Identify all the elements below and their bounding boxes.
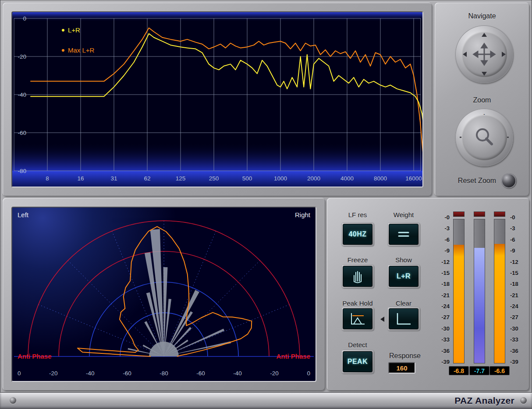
meter-left-readout: -6.8 — [449, 366, 469, 375]
meter-right-clip-led — [494, 212, 505, 217]
plugin-title: PAZ Analyzer — [454, 395, 514, 406]
navigate-down-icon[interactable] — [482, 72, 487, 76]
meter-mid-readout: -7.7 — [469, 366, 489, 375]
meter-scale-label: -24 — [430, 303, 450, 310]
reset-zoom-button[interactable] — [501, 173, 516, 188]
spectrum-chart: 0-20-40-60-80816316212525050010002000400… — [12, 12, 422, 187]
meter-scale-label: -21 — [510, 292, 529, 299]
show-button[interactable]: L+R — [387, 264, 420, 288]
lf-res-label: LF res — [338, 211, 377, 219]
meter-scale-right: -0-3-6-9-12-15-18-21-24-27-30-33-36-39 — [510, 198, 529, 373]
antiphase-right-label: Anti Phase — [276, 353, 310, 360]
meter-scale-label: -36 — [510, 348, 529, 354]
peak-hold-label: Peak Hold — [335, 300, 380, 307]
lf-res-button[interactable]: 40HZ — [341, 222, 374, 246]
meter-scale-label: -9 — [430, 247, 450, 254]
meter-scale-label: -24 — [510, 303, 529, 310]
svg-text:31: 31 — [110, 175, 117, 182]
move-cross-icon — [472, 42, 497, 67]
response-label: Response — [383, 352, 427, 360]
svg-text:16000: 16000 — [405, 175, 422, 182]
left-channel-label: Left — [18, 211, 28, 219]
show-value: L+R — [389, 266, 419, 287]
svg-text:16: 16 — [77, 175, 84, 182]
response-display[interactable]: 160 — [388, 362, 415, 374]
right-channel-label: Right — [295, 211, 310, 219]
svg-text:8000: 8000 — [374, 175, 387, 182]
meter-scale-label: -27 — [510, 314, 529, 321]
navigate-left-icon[interactable] — [463, 52, 467, 57]
svg-text:-40: -40 — [18, 92, 26, 98]
svg-text:1000: 1000 — [274, 175, 287, 182]
magnifier-icon — [470, 123, 498, 152]
meter-scale-label: -30 — [510, 325, 529, 332]
legend-dot-icon — [62, 49, 64, 52]
svg-text:62: 62 — [144, 175, 150, 182]
meter-scale-label: -36 — [430, 348, 450, 354]
meter-scale-label: -18 — [430, 281, 450, 287]
svg-text:-20: -20 — [18, 53, 26, 60]
zoom-label: Zoom — [435, 96, 529, 104]
meter-left-fill — [454, 245, 464, 363]
meter-mid-clip-led — [474, 212, 485, 217]
svg-text:0: 0 — [23, 15, 26, 22]
peak-hold-button[interactable] — [341, 307, 374, 331]
freeze-button-face — [343, 266, 372, 287]
freeze-label: Freeze — [338, 256, 377, 264]
meter-scale-label: -0 — [430, 214, 450, 221]
svg-text:2000: 2000 — [307, 175, 320, 182]
meter-scale-label: -12 — [430, 259, 450, 265]
weight-label: Weight — [384, 211, 423, 219]
show-label: Show — [384, 256, 423, 264]
meter-scale-label: -0 — [510, 214, 529, 221]
navigate-pad[interactable] — [455, 25, 513, 83]
zoom-pad-face — [461, 115, 507, 160]
navigate-up-icon[interactable] — [482, 33, 487, 37]
meter-scale-label: -3 — [510, 225, 529, 232]
zoom-pad[interactable]: + − — [455, 109, 513, 166]
detect-value: PEAK — [343, 351, 372, 372]
svg-text:8: 8 — [46, 175, 49, 182]
weight-button-face — [389, 224, 419, 245]
legend-dot-icon — [62, 29, 64, 32]
meter-scale-label: -6 — [430, 236, 450, 243]
polar-panel: Left Right Anti Phase Anti Phase 0-20-40… — [3, 198, 325, 391]
navigate-right-icon[interactable] — [502, 52, 506, 57]
polar-axis-tick: 0 — [18, 370, 21, 377]
polar-axis-tick: -80 — [160, 370, 168, 377]
navigate-label: Navigate — [435, 12, 529, 20]
polar-axis-tick: -40 — [86, 370, 95, 377]
detect-button[interactable]: PEAK — [341, 350, 374, 374]
controls-panel: LF res Weight 40HZ Freeze Show L+R — [327, 198, 529, 391]
meter-scale-label: -15 — [430, 270, 450, 276]
rivet-icon — [10, 397, 16, 404]
polar-axis-tick: -20 — [270, 370, 279, 377]
legend-label: L+R — [68, 26, 80, 34]
lf-res-value: 40HZ — [343, 224, 372, 245]
legend-label: Max L+R — [68, 46, 95, 54]
navigate-pad-face — [461, 32, 507, 77]
meter-scale-label: -39 — [430, 359, 450, 365]
meter-scale-label: -15 — [510, 270, 529, 276]
clear-axes-icon — [394, 311, 413, 327]
meter-scale-label: -21 — [430, 292, 450, 299]
svg-text:250: 250 — [209, 175, 219, 182]
meter-left-track — [453, 219, 465, 363]
weight-button[interactable] — [387, 222, 420, 246]
detect-label: Detect — [338, 341, 377, 349]
polar-chart-area — [12, 208, 316, 381]
antiphase-left-label: Anti Phase — [18, 353, 52, 360]
meter-scale-label: -30 — [430, 325, 450, 332]
hand-icon — [350, 269, 365, 284]
polar-axis-tick: -60 — [196, 370, 205, 377]
meter-scale-label: -33 — [430, 336, 450, 343]
polar-display: Left Right Anti Phase Anti Phase 0-20-40… — [11, 207, 316, 382]
meter-scale-label: -39 — [510, 359, 529, 365]
meter-right-track — [494, 219, 505, 363]
clear-button[interactable] — [387, 307, 420, 331]
meter-scale-label: -12 — [510, 259, 529, 265]
meter-mid-track — [474, 219, 485, 363]
freeze-button[interactable] — [341, 264, 374, 288]
paz-analyzer-window: 0-20-40-60-80816316212525050010002000400… — [0, 0, 532, 409]
meter-mid-fill — [474, 248, 485, 363]
